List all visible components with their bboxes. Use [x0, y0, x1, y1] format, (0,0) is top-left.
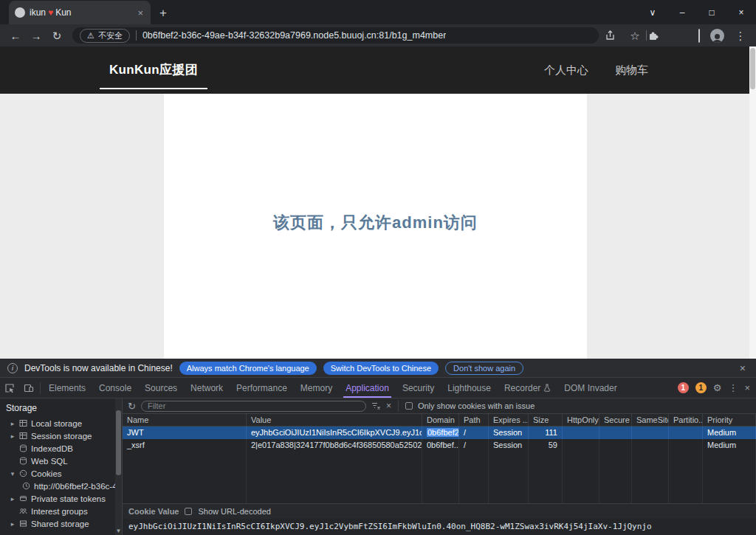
browser-tabstrip: ikun ♥ Kun × + ∨ – □ × — [0, 0, 756, 24]
devtools-main: Storage ▸ Local storage ▸ Session storag… — [0, 398, 756, 535]
sidebar-item-label: Private state tokens — [31, 494, 106, 503]
site-brand[interactable]: KunKun应援团 — [100, 61, 207, 89]
column-header-name[interactable]: Name — [123, 414, 247, 426]
devtools-close-icon[interactable]: × — [744, 382, 750, 393]
address-bar[interactable]: ⚠ 不安全 0b6fbef2-b36c-49ae-b34f-32632b9a79… — [72, 27, 599, 44]
security-badge[interactable]: ⚠ 不安全 — [80, 29, 130, 43]
inspect-element-icon[interactable] — [0, 383, 19, 393]
share-icon[interactable] — [605, 30, 624, 41]
sidebar-item-indexeddb[interactable]: IndexedDB — [0, 442, 122, 455]
column-header-priority[interactable]: Priority — [703, 414, 756, 426]
cell-path: / — [459, 427, 489, 439]
sidebar-item-cookie-origin[interactable]: http://0b6fbef2-b36c-4... — [0, 480, 122, 492]
tab-application[interactable]: Application — [339, 378, 396, 398]
tab-performance[interactable]: Performance — [230, 378, 294, 398]
delete-cookies-icon[interactable]: × — [386, 401, 391, 411]
settings-gear-icon[interactable]: ⚙ — [713, 382, 722, 393]
column-header-partition[interactable]: Partitio... — [669, 414, 703, 426]
page-scrollbar[interactable] — [749, 46, 756, 359]
issues-only-checkbox[interactable] — [405, 402, 413, 410]
dont-show-again-button[interactable]: Don't show again — [445, 362, 523, 375]
url-text[interactable]: 0b6fbef2-b36c-49ae-b34f-32632b9a7969.nod… — [142, 30, 446, 41]
device-toolbar-icon[interactable] — [19, 383, 38, 393]
column-header-secure[interactable]: Secure — [599, 414, 632, 426]
cell-secure — [599, 439, 632, 452]
profile-avatar[interactable] — [710, 29, 729, 43]
caret-right-icon[interactable]: ▸ — [10, 520, 16, 528]
new-tab-button[interactable]: + — [159, 7, 167, 19]
cookie-row-xsrf[interactable]: _xsrf 2|e017a838|324177f0b8d6c4f36850580… — [123, 439, 756, 452]
tab-sources[interactable]: Sources — [138, 378, 184, 398]
caret-down-icon[interactable]: ▾ — [10, 470, 16, 477]
column-header-path[interactable]: Path — [459, 414, 489, 426]
column-header-expires[interactable]: Expires ... — [489, 414, 529, 426]
nav-link-profile[interactable]: 个人中心 — [544, 63, 588, 77]
tab-network[interactable]: Network — [184, 378, 230, 398]
tab-dom-invader[interactable]: DOM Invader — [557, 378, 623, 398]
bookmark-star-icon[interactable]: ☆ — [625, 30, 645, 41]
caret-right-icon[interactable]: ▸ — [10, 495, 16, 503]
cookie-table-header: Name Value Domain Path Expires ... Size … — [123, 414, 756, 427]
column-header-domain[interactable]: Domain — [422, 414, 459, 426]
cookie-table-empty-area — [123, 452, 756, 503]
sidebar-scrollbar-thumb[interactable] — [116, 410, 121, 475]
sidebar-item-private-state-tokens[interactable]: ▸ Private state tokens — [0, 492, 122, 505]
warning-count-badge[interactable]: 1 — [695, 382, 707, 393]
site-nav-links: 个人中心 购物车 — [544, 63, 648, 77]
extensions-puzzle-icon[interactable] — [648, 30, 667, 41]
caret-right-icon[interactable]: ▸ — [10, 420, 16, 427]
devtools-kebab-icon[interactable]: ⋮ — [728, 382, 738, 393]
site-navbar: KunKun应援团 个人中心 购物车 — [0, 46, 756, 94]
tab-security[interactable]: Security — [396, 378, 441, 398]
column-header-size[interactable]: Size — [529, 414, 563, 426]
url-decoded-checkbox[interactable] — [185, 508, 192, 515]
window-close-button[interactable]: × — [726, 0, 756, 24]
scroll-down-icon[interactable]: ▼ — [115, 528, 122, 534]
sidebar-item-label: Web SQL — [31, 457, 68, 466]
forward-icon[interactable]: → — [27, 30, 46, 41]
minimize-button[interactable]: – — [667, 0, 697, 24]
sidebar-item-shared-storage[interactable]: ▸ Shared storage — [0, 517, 122, 530]
maximize-button[interactable]: □ — [697, 0, 726, 24]
column-header-value[interactable]: Value — [247, 414, 422, 426]
experiment-flask-icon — [543, 384, 551, 392]
cookie-row-jwt[interactable]: JWT eyJhbGciOiJIUzI1NiIsInR5cCI6IkpXVCJ9… — [123, 427, 756, 439]
tab-close-icon[interactable]: × — [136, 7, 145, 18]
switch-to-chinese-button[interactable]: Switch DevTools to Chinese — [323, 362, 439, 375]
storage-section-header[interactable]: Storage — [0, 398, 122, 417]
refresh-cookies-icon[interactable]: ↻ — [128, 401, 136, 412]
clear-filter-icon[interactable] — [371, 401, 381, 410]
menu-kebab-icon[interactable]: ⋮ — [731, 30, 750, 41]
tab-console[interactable]: Console — [92, 378, 138, 398]
back-icon[interactable]: ← — [6, 30, 25, 41]
tab-search-icon[interactable]: ∨ — [638, 0, 667, 24]
cell-size: 59 — [529, 439, 563, 452]
tab-lighthouse[interactable]: Lighthouse — [441, 378, 498, 398]
tab-recorder[interactable]: Recorder — [498, 378, 557, 398]
cookie-value-preview[interactable]: eyJhbGciOiJIUzI1NiIsInR5cCI6IkpXVCJ9.eyJ… — [123, 519, 756, 535]
column-header-samesite[interactable]: SameSite — [632, 414, 669, 426]
nav-link-cart[interactable]: 购物车 — [615, 63, 648, 77]
cell-domain[interactable]: 0b6fbef2- — [422, 427, 459, 439]
tab-memory[interactable]: Memory — [294, 378, 339, 398]
sidebar-item-local-storage[interactable]: ▸ Local storage — [0, 417, 122, 429]
infobar-close-icon[interactable]: × — [737, 362, 749, 374]
sidebar-item-session-storage[interactable]: ▸ Session storage — [0, 429, 122, 442]
cell-partition — [669, 439, 703, 452]
scrollbar-thumb[interactable] — [750, 48, 755, 89]
sidebar-item-cookies[interactable]: ▾ Cookies — [0, 467, 122, 480]
cookie-filter-input[interactable] — [141, 401, 366, 412]
browser-tab[interactable]: ikun ♥ Kun × — [9, 1, 151, 24]
sidebar-item-interest-groups[interactable]: Interest groups — [0, 505, 122, 517]
error-count-badge[interactable]: 1 — [678, 382, 689, 393]
sidebar-item-web-sql[interactable]: Web SQL — [0, 455, 122, 467]
tab-elements[interactable]: Elements — [42, 378, 92, 398]
caret-right-icon[interactable]: ▸ — [10, 432, 16, 440]
sidebar-scrollbar[interactable]: ▼ — [115, 398, 122, 535]
extension-icon-2[interactable] — [690, 30, 709, 41]
domain-edit-text[interactable]: 0b6fbef2- — [427, 428, 459, 437]
cell-name: JWT — [123, 427, 247, 439]
column-header-httponly[interactable]: HttpOnly — [563, 414, 599, 426]
match-language-button[interactable]: Always match Chrome's language — [179, 362, 317, 375]
reload-icon[interactable]: ↻ — [47, 30, 66, 41]
